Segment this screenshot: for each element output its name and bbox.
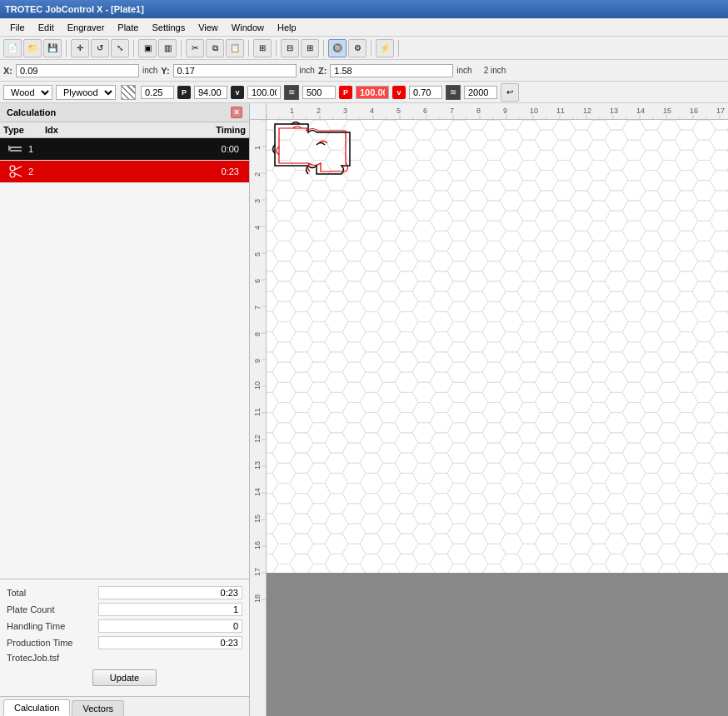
separator6 [323, 40, 324, 57]
z-input[interactable] [330, 64, 453, 77]
toolbar1: 📄 📁 💾 ✛ ↺ ⤡ ▣ ▥ ✂ ⧉ 📋 ⊞ ⊟ ⊞ 🔘 ⚙ ⚡ [0, 37, 728, 60]
idx-header: Idx [45, 125, 87, 135]
group-button[interactable]: ▣ [138, 39, 157, 57]
svg-rect-0 [10, 147, 22, 148]
close-button[interactable]: ✕ [231, 107, 242, 118]
menu-window[interactable]: Window [225, 21, 271, 34]
y-input[interactable] [173, 64, 297, 77]
separator7 [371, 40, 371, 57]
right-panel: // Will be drawn via JS below [250, 103, 728, 716]
calculation-header: Calculation ✕ [0, 103, 249, 122]
new-button[interactable]: 📄 [3, 39, 22, 57]
rotate-button[interactable]: ↺ [91, 39, 109, 57]
distribute-button[interactable]: ⊞ [301, 39, 319, 57]
duplicate-button[interactable]: ⊞ [253, 39, 272, 57]
cut-p-icon: P [339, 86, 352, 99]
timing-header: Timing [87, 125, 246, 135]
menu-settings[interactable]: Settings [145, 21, 192, 34]
production-time-row: Production Time [7, 636, 242, 649]
paste-button[interactable]: 📋 [226, 39, 244, 57]
filename: TrotecJob.tsf [7, 653, 242, 663]
ruler-corner [250, 103, 267, 120]
freq2-input[interactable] [464, 86, 497, 99]
x-label: X: [3, 66, 12, 76]
ungroup-button[interactable]: ▥ [158, 39, 177, 57]
table-row[interactable]: 2 0:23 [0, 161, 249, 183]
row2-timing: 0:23 [62, 167, 246, 177]
table-header: Type Idx Timing [0, 122, 249, 138]
x-input[interactable] [16, 64, 139, 77]
cut-type-icon [3, 164, 28, 179]
open-button[interactable]: 📁 [23, 39, 42, 57]
menu-plate[interactable]: Plate [111, 21, 145, 34]
calculation-table: Type Idx Timing 1 0:00 [0, 122, 249, 579]
total-label: Total [7, 588, 98, 598]
ruler-top: // Will be drawn via JS below [267, 103, 728, 120]
wave-icon: ≋ [284, 85, 299, 100]
menu-view[interactable]: View [192, 21, 225, 34]
separator1 [66, 40, 67, 57]
engrave-type-icon [3, 142, 28, 157]
menu-engraver[interactable]: Engraver [61, 21, 112, 34]
tab-calculation[interactable]: Calculation [3, 699, 70, 716]
freq-input[interactable] [302, 86, 336, 99]
menu-help[interactable]: Help [271, 21, 303, 34]
type-header: Type [3, 125, 45, 135]
pointer-button[interactable]: 🔘 [328, 39, 347, 57]
separator4 [248, 40, 249, 57]
title-text: TROTEC JobControl X - [Plate1] [5, 4, 144, 14]
plate-count-input[interactable] [98, 603, 242, 616]
param1-input[interactable] [141, 86, 174, 99]
left-panel: Calculation ✕ Type Idx Timing 1 0:0 [0, 103, 250, 716]
copy-button[interactable]: ⧉ [206, 39, 224, 57]
material-toolbar: Wood Plywood P v ≋ P v ≋ ↩ [0, 82, 728, 103]
x-unit: inch [142, 66, 157, 75]
main-layout: Calculation ✕ Type Idx Timing 1 0:0 [0, 103, 728, 716]
bottom-tabs: Calculation Vectors [0, 696, 249, 716]
coord-toolbar: X: inch Y: inch Z: inch 2 inch [0, 60, 728, 82]
extra-unit: 2 inch [484, 66, 506, 75]
tab-vectors[interactable]: Vectors [72, 700, 124, 716]
menu-edit[interactable]: Edit [32, 21, 61, 34]
menu-file[interactable]: File [3, 21, 32, 34]
stats-panel: Total Plate Count Handling Time Producti… [0, 579, 249, 696]
separator2 [133, 40, 134, 57]
z-unit: inch [456, 66, 471, 75]
engrave-p-icon: P [177, 86, 191, 99]
handling-time-label: Handling Time [7, 621, 98, 631]
row1-timing: 0:00 [62, 144, 246, 154]
cut-v-icon: v [392, 86, 406, 99]
material-subtype-select[interactable]: Plywood [56, 85, 116, 100]
production-time-label: Production Time [7, 638, 98, 648]
ruler-left [250, 103, 267, 716]
calc-title: Calculation [7, 107, 56, 117]
settings-button[interactable]: ⚙ [348, 39, 366, 57]
save-button[interactable]: 💾 [43, 39, 62, 57]
engrave-v-input[interactable] [247, 86, 281, 99]
cut-button[interactable]: ✂ [186, 39, 204, 57]
update-button[interactable]: Update [92, 669, 157, 686]
move-button[interactable]: ✛ [71, 39, 89, 57]
cut-v-input[interactable] [409, 86, 442, 99]
laser-button[interactable]: ⚡ [376, 39, 394, 57]
plate-count-row: Plate Count [7, 603, 242, 616]
plate-count-label: Plate Count [7, 604, 98, 614]
engrave-p-input[interactable] [194, 86, 227, 99]
menu-bar: File Edit Engraver Plate Settings View W… [0, 18, 728, 37]
y-label: Y: [161, 66, 169, 76]
production-time-input[interactable] [98, 636, 242, 649]
material-type-select[interactable]: Wood [3, 85, 52, 100]
separator3 [181, 40, 182, 57]
canvas-area: // Will be drawn via JS below [250, 103, 728, 716]
total-input[interactable] [98, 586, 242, 599]
hatch-icon [121, 85, 136, 100]
handling-time-input[interactable] [98, 619, 242, 633]
scale-button[interactable]: ⤡ [111, 39, 129, 57]
separator5 [276, 40, 277, 57]
handling-time-row: Handling Time [7, 619, 242, 633]
title-bar: TROTEC JobControl X - [Plate1] [0, 0, 728, 18]
cut-p-input[interactable] [356, 86, 389, 99]
align-button[interactable]: ⊟ [281, 39, 299, 57]
back-button[interactable]: ↩ [501, 83, 519, 102]
table-row[interactable]: 1 0:00 [0, 138, 249, 161]
